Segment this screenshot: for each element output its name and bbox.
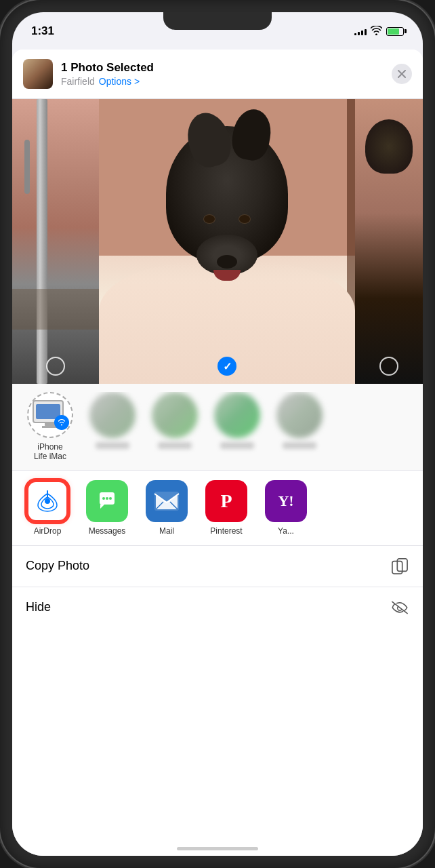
copy-photo-label: Copy Photo	[26, 559, 89, 573]
status-time: 1:31	[31, 24, 54, 38]
hide-row[interactable]: Hide	[12, 587, 423, 628]
close-button[interactable]	[392, 64, 412, 84]
battery-icon	[386, 27, 404, 36]
messages-app-icon	[86, 480, 128, 522]
photo-2-selector[interactable]: ✓	[218, 357, 236, 376]
share-title-area: 1 Photo Selected Fairfield Options >	[61, 61, 392, 87]
svg-point-5	[106, 497, 108, 500]
svg-point-2	[45, 498, 50, 504]
app-icons-row: AirDrop Messages	[23, 480, 412, 536]
blurred-avatar-4	[214, 392, 260, 438]
blurred-avatar-2	[89, 392, 136, 438]
airdrop-app-item[interactable]: AirDrop	[23, 480, 72, 536]
hide-label: Hide	[26, 600, 51, 614]
airdrop-app-icon	[26, 480, 68, 522]
share-thumbnail	[23, 59, 53, 89]
airdrop-device-imac[interactable]: iPhoneLife iMac	[23, 392, 77, 462]
phone-frame: 1:31	[0, 0, 435, 868]
airdrop-imac-label: iPhoneLife iMac	[34, 442, 66, 462]
photo-item-1[interactable]	[12, 99, 99, 384]
airdrop-person-4[interactable]	[210, 392, 264, 462]
share-subtitle-row: Fairfield Options >	[61, 76, 392, 87]
copy-photo-row[interactable]: Copy Photo	[12, 546, 423, 587]
imac-image	[33, 400, 68, 430]
home-indicator	[177, 847, 258, 850]
airdrop-person-3[interactable]	[148, 392, 202, 462]
airdrop-person-5[interactable]	[272, 392, 327, 462]
airdrop-wifi-indicator	[54, 415, 69, 430]
svg-point-4	[102, 497, 105, 500]
pinterest-label: Pinterest	[210, 526, 242, 536]
photo-item-2[interactable]: ✓	[99, 99, 355, 384]
photo-strip: ✓	[12, 99, 423, 384]
airdrop-person-2[interactable]	[85, 392, 140, 462]
pinterest-icon-p: P	[220, 490, 232, 512]
blurred-name-4	[220, 442, 254, 449]
messages-label: Messages	[89, 526, 126, 536]
share-location: Fairfield	[61, 76, 95, 87]
share-title: 1 Photo Selected	[61, 61, 392, 75]
mail-app-item[interactable]: Mail	[142, 480, 191, 536]
blurred-name-3	[158, 442, 192, 449]
phone-screen: 1:31	[12, 12, 423, 856]
blurred-name-5	[283, 442, 316, 449]
share-options-link[interactable]: Options >	[99, 76, 140, 87]
copy-photo-icon	[390, 557, 409, 576]
yahoo-app-icon: Y!	[265, 480, 307, 522]
share-sheet: 1 Photo Selected Fairfield Options >	[12, 50, 423, 856]
app-icons-section: AirDrop Messages	[12, 471, 423, 546]
blurred-avatar-3	[152, 392, 198, 438]
photo-item-3[interactable]	[355, 99, 423, 384]
share-header: 1 Photo Selected Fairfield Options >	[12, 50, 423, 99]
pinterest-app-item[interactable]: P Pinterest	[202, 480, 251, 536]
pinterest-app-icon: P	[205, 480, 247, 522]
hide-icon	[390, 598, 409, 617]
signal-icon	[354, 27, 367, 35]
status-icons	[354, 26, 404, 37]
photo-3-selector[interactable]	[379, 357, 398, 376]
blurred-name-2	[96, 442, 129, 449]
airdrop-section: iPhoneLife iMac	[12, 384, 423, 471]
svg-point-6	[109, 497, 112, 500]
notch	[163, 12, 272, 30]
mail-app-icon	[146, 480, 188, 522]
photo-1-selector[interactable]	[46, 357, 65, 376]
airdrop-devices-row: iPhoneLife iMac	[23, 392, 412, 462]
yahoo-app-item[interactable]: Y! Ya...	[262, 480, 310, 536]
mail-label: Mail	[159, 526, 174, 536]
wifi-icon	[371, 26, 382, 37]
actions-section: Copy Photo Hide	[12, 546, 423, 628]
airdrop-label: AirDrop	[34, 526, 62, 536]
battery-fill	[388, 28, 399, 35]
yahoo-label: Ya...	[278, 526, 294, 536]
messages-app-item[interactable]: Messages	[83, 480, 131, 536]
airdrop-imac-icon	[27, 392, 73, 438]
blurred-avatar-5	[276, 392, 323, 438]
